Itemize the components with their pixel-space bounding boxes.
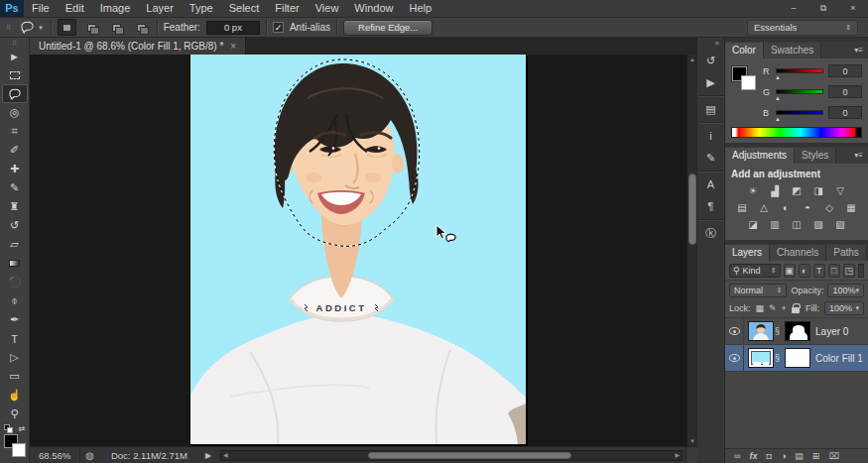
exposure-button[interactable]: ◨ bbox=[810, 184, 827, 197]
color-lookup-button[interactable]: ▦ bbox=[843, 201, 860, 214]
add-layer-mask-button[interactable]: ◘ bbox=[766, 451, 771, 461]
add-to-selection-mode-button[interactable] bbox=[82, 19, 101, 36]
scroll-left-icon[interactable]: ◀ bbox=[223, 451, 228, 460]
horizontal-scroll-thumb[interactable] bbox=[368, 452, 571, 459]
lock-all-button[interactable] bbox=[792, 307, 800, 313]
lock-transparency-button[interactable]: ▦ bbox=[756, 303, 765, 313]
filter-smart-objects-button[interactable]: ◳ bbox=[843, 264, 855, 278]
blur-tool[interactable]: ⚫ bbox=[2, 273, 28, 291]
link-layers-button[interactable]: ∞ bbox=[734, 451, 740, 461]
workspace-switcher[interactable]: Essentials ⇕ bbox=[747, 20, 858, 36]
zoom-tool[interactable]: ⚲ bbox=[2, 405, 28, 423]
new-layer-button[interactable]: ⊞ bbox=[812, 451, 820, 461]
filter-type-layers-button[interactable]: T bbox=[813, 264, 825, 278]
vertical-scroll-thumb[interactable] bbox=[688, 174, 696, 245]
filtering-toggle[interactable] bbox=[858, 264, 864, 278]
vertical-scrollbar[interactable]: ▲ ▼ bbox=[686, 55, 697, 446]
brush-tool[interactable]: ✎ bbox=[2, 178, 28, 197]
refine-edge-button[interactable]: Refine Edge... bbox=[343, 20, 433, 36]
layer-0-thumbnail[interactable] bbox=[748, 321, 774, 341]
invert-button[interactable]: ◪ bbox=[745, 218, 762, 231]
green-slider[interactable]: ▲ bbox=[776, 89, 823, 94]
filter-pixel-layers-button[interactable]: ▣ bbox=[784, 264, 796, 278]
menu-help[interactable]: Help bbox=[401, 0, 439, 17]
anti-alias-checkbox[interactable]: ✓ bbox=[273, 22, 284, 33]
spot-healing-brush-tool[interactable]: ✚ bbox=[2, 160, 28, 178]
adjustments-panel-menu-icon[interactable]: ▾≡ bbox=[849, 151, 868, 164]
minimize-button[interactable]: – bbox=[779, 0, 808, 17]
intersect-selection-mode-button[interactable] bbox=[132, 19, 151, 36]
selective-color-button[interactable]: ▧ bbox=[832, 218, 849, 231]
layer-filter-kind-dropdown[interactable]: ⚲ Kind ⇕ bbox=[729, 264, 781, 278]
rectangle-tool[interactable]: ▭ bbox=[2, 367, 28, 386]
black-white-button[interactable]: ◐ bbox=[778, 201, 795, 214]
background-color-swatch[interactable] bbox=[741, 75, 756, 90]
filter-adjustment-layers-button[interactable]: ◐ bbox=[799, 264, 810, 278]
blend-mode-dropdown[interactable]: Normal ⇕ bbox=[729, 284, 787, 297]
menu-select[interactable]: Select bbox=[221, 0, 268, 17]
actions-panel-button[interactable]: ▶ bbox=[699, 72, 723, 92]
layer-row-layer-0[interactable]: § Layer 0 bbox=[725, 318, 868, 345]
color-spectrum-ramp[interactable] bbox=[731, 127, 862, 138]
tab-close-icon[interactable]: × bbox=[230, 41, 236, 52]
feather-input[interactable]: 0 px bbox=[206, 21, 260, 35]
history-panel-button[interactable]: ↺ bbox=[699, 51, 723, 70]
gradient-tool[interactable] bbox=[2, 254, 28, 273]
levels-button[interactable]: ▟ bbox=[767, 184, 784, 197]
scroll-right-icon[interactable]: ▶ bbox=[675, 451, 680, 460]
red-slider-thumb[interactable]: ▲ bbox=[775, 74, 781, 80]
blue-slider-thumb[interactable]: ▲ bbox=[775, 116, 781, 122]
layer-style-button[interactable]: fx bbox=[749, 451, 757, 461]
tab-swatches[interactable]: Swatches bbox=[764, 43, 821, 58]
color-fill-1-name[interactable]: Color Fill 1 bbox=[815, 353, 863, 364]
layer-row-color-fill-1[interactable]: § Color Fill 1 bbox=[725, 345, 868, 372]
red-value-field[interactable]: 0 bbox=[828, 64, 862, 77]
layer-0-mask-thumbnail[interactable] bbox=[785, 321, 810, 341]
curves-button[interactable]: ◩ bbox=[789, 184, 806, 197]
menu-filter[interactable]: Filter bbox=[267, 0, 307, 17]
layer-0-name[interactable]: Layer 0 bbox=[815, 326, 848, 337]
posterize-button[interactable]: ▥ bbox=[767, 218, 784, 231]
brightness-contrast-button[interactable]: ☀ bbox=[745, 184, 762, 197]
menu-layer[interactable]: Layer bbox=[138, 0, 182, 17]
lock-position-button[interactable]: + bbox=[782, 303, 787, 313]
background-color-swatch[interactable] bbox=[12, 443, 26, 457]
expand-panels-icon[interactable]: » bbox=[710, 38, 724, 50]
blue-slider[interactable]: ▲ bbox=[776, 110, 823, 115]
green-slider-thumb[interactable]: ▲ bbox=[775, 95, 781, 101]
zoom-level-field[interactable]: 68.56% bbox=[30, 447, 80, 463]
color-fill-1-visibility-toggle[interactable] bbox=[725, 345, 744, 371]
history-brush-tool[interactable]: ↺ bbox=[2, 216, 28, 235]
default-colors-icon[interactable] bbox=[4, 424, 13, 433]
menu-file[interactable]: File bbox=[24, 0, 58, 17]
restore-button[interactable]: ⧉ bbox=[808, 0, 838, 17]
lasso-tool[interactable] bbox=[2, 84, 28, 103]
clone-stamp-tool[interactable]: ♜ bbox=[2, 197, 28, 216]
menu-type[interactable]: Type bbox=[182, 0, 221, 17]
hand-tool[interactable]: ☝ bbox=[2, 386, 28, 405]
tab-adjustments[interactable]: Adjustments bbox=[725, 148, 795, 164]
menu-window[interactable]: Window bbox=[346, 0, 401, 17]
color-fill-1-thumbnail[interactable] bbox=[748, 348, 774, 368]
status-expander-icon[interactable]: ▶ bbox=[199, 451, 217, 460]
eyedropper-tool[interactable]: ✐ bbox=[2, 141, 28, 160]
vibrance-button[interactable]: ▽ bbox=[832, 184, 849, 197]
scroll-up-icon[interactable]: ▲ bbox=[687, 55, 697, 64]
crop-tool[interactable]: ⌗ bbox=[2, 122, 28, 141]
color-fill-1-mask-thumbnail[interactable] bbox=[785, 348, 810, 368]
menu-edit[interactable]: Edit bbox=[58, 0, 92, 17]
delete-layer-button[interactable]: ⌧ bbox=[828, 451, 838, 461]
threshold-button[interactable]: ◫ bbox=[789, 218, 806, 231]
paragraph-panel-button[interactable]: ¶ bbox=[699, 196, 723, 216]
hue-saturation-button[interactable]: ▤ bbox=[734, 201, 751, 214]
blue-value-field[interactable]: 0 bbox=[828, 106, 862, 119]
color-panel-menu-icon[interactable]: ▾≡ bbox=[849, 46, 868, 58]
eraser-tool[interactable]: ▱ bbox=[2, 235, 28, 254]
filter-shape-layers-button[interactable]: □ bbox=[828, 264, 840, 278]
document-tab[interactable]: Untitled-1 @ 68.6% (Color Fill 1, RGB/8)… bbox=[30, 38, 246, 55]
swap-colors-icon[interactable]: ⇄ bbox=[19, 424, 26, 433]
tab-color[interactable]: Color bbox=[725, 43, 764, 58]
character-panel-button[interactable]: A bbox=[699, 174, 723, 194]
tab-channels[interactable]: Channels bbox=[770, 245, 826, 261]
scroll-down-icon[interactable]: ▼ bbox=[687, 436, 697, 446]
